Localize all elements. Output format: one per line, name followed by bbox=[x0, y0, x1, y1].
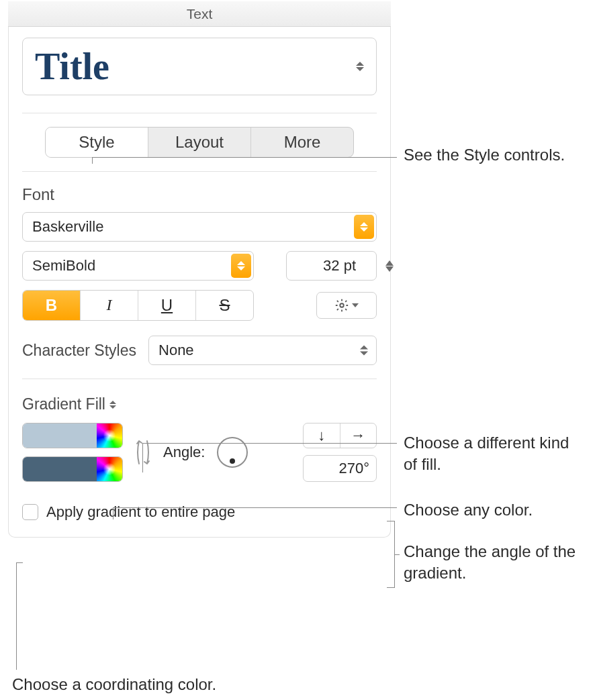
underline-button[interactable]: U bbox=[138, 291, 196, 320]
character-styles-popup[interactable]: None bbox=[148, 336, 377, 365]
callout-any-color: Choose any color. bbox=[404, 499, 585, 521]
direction-down-button[interactable]: ↓ bbox=[304, 423, 340, 448]
popup-arrows-icon bbox=[354, 215, 374, 239]
font-size-value: 32 pt bbox=[323, 257, 356, 274]
character-styles-row: Character Styles None bbox=[22, 336, 377, 365]
font-size-field[interactable]: 32 pt bbox=[286, 251, 377, 281]
callout-angle: Change the angle of the gradient. bbox=[404, 541, 585, 585]
swap-icon bbox=[135, 436, 151, 469]
advanced-options-button[interactable] bbox=[316, 292, 377, 319]
popup-arrows-icon bbox=[231, 254, 251, 278]
tab-more[interactable]: More bbox=[251, 128, 353, 157]
stepper-up-icon bbox=[385, 260, 394, 266]
tab-layout[interactable]: Layout bbox=[148, 128, 251, 157]
apply-entire-page-row: Apply gradient to entire page bbox=[22, 503, 377, 521]
angle-direction-segmented: ↓ → bbox=[303, 423, 377, 448]
color-swatch-1[interactable] bbox=[23, 423, 97, 448]
callout-lead bbox=[16, 562, 23, 563]
swap-colors-button[interactable] bbox=[135, 436, 151, 469]
callout-lead bbox=[92, 157, 93, 164]
font-weight-popup[interactable]: SemiBold bbox=[22, 251, 254, 281]
font-section-label: Font bbox=[22, 185, 377, 204]
gradient-color-1 bbox=[22, 423, 123, 448]
callout-lead bbox=[142, 443, 397, 444]
tabs-segmented: Style Layout More bbox=[45, 127, 354, 158]
tab-style[interactable]: Style bbox=[46, 128, 148, 157]
weight-size-row: SemiBold 32 pt bbox=[22, 251, 377, 281]
color-wheel-button[interactable] bbox=[97, 457, 122, 481]
color-wells bbox=[22, 423, 123, 482]
character-styles-value: None bbox=[158, 342, 194, 358]
color-wheel-button[interactable] bbox=[97, 423, 122, 448]
divider bbox=[22, 379, 377, 379]
chevron-down-icon bbox=[352, 303, 359, 307]
gradient-controls: Angle: ↓ → 270° bbox=[22, 423, 377, 482]
angle-knob[interactable] bbox=[217, 437, 248, 468]
gradient-color-2 bbox=[22, 456, 123, 482]
svg-point-0 bbox=[340, 303, 344, 307]
font-family-popup[interactable]: Baskerville bbox=[22, 212, 377, 242]
italic-button[interactable]: I bbox=[81, 291, 138, 320]
callout-lead bbox=[16, 562, 17, 670]
font-family-value: Baskerville bbox=[32, 218, 103, 235]
strikethrough-button[interactable]: S bbox=[196, 291, 253, 320]
bold-button[interactable]: B bbox=[23, 291, 81, 320]
chevron-updown-icon bbox=[360, 346, 368, 356]
biu-row: B I U S bbox=[22, 290, 377, 321]
callout-lead bbox=[113, 507, 397, 508]
paragraph-style-name: Title bbox=[35, 48, 364, 85]
chevron-updown-icon bbox=[355, 60, 365, 73]
paragraph-style-dropdown[interactable]: Title bbox=[22, 38, 377, 95]
color-swatch-2[interactable] bbox=[23, 457, 97, 481]
angle-value-field[interactable]: 270° bbox=[303, 455, 377, 482]
angle-column: ↓ → 270° bbox=[303, 423, 377, 482]
figure: Text Title Style Layout More Font Basker… bbox=[0, 0, 593, 700]
fill-type-label: Gradient Fill bbox=[22, 395, 105, 413]
gear-icon bbox=[334, 298, 349, 313]
callout-lead bbox=[142, 443, 143, 472]
text-inspector-panel: Text Title Style Layout More Font Basker… bbox=[8, 1, 391, 538]
panel-content: Title Style Layout More Font Baskerville… bbox=[8, 27, 391, 538]
stepper-down-icon bbox=[385, 266, 394, 272]
divider bbox=[22, 171, 377, 172]
text-style-group: B I U S bbox=[22, 290, 254, 321]
font-size-stepper[interactable] bbox=[382, 251, 397, 281]
panel-title: Text bbox=[8, 1, 391, 27]
apply-entire-page-label: Apply gradient to entire page bbox=[46, 503, 235, 521]
callout-lead bbox=[394, 554, 400, 555]
apply-entire-page-checkbox[interactable] bbox=[22, 504, 38, 520]
callout-coord-color: Choose a coordinating color. bbox=[12, 674, 348, 695]
callout-lead bbox=[113, 507, 113, 519]
callout-style-controls: See the Style controls. bbox=[404, 144, 585, 166]
character-styles-label: Character Styles bbox=[22, 342, 136, 360]
callout-fill-kind: Choose a different kind of fill. bbox=[404, 432, 585, 476]
fill-type-popup[interactable]: Gradient Fill bbox=[22, 395, 116, 413]
chevron-updown-icon bbox=[109, 401, 116, 409]
callout-lead bbox=[92, 157, 397, 158]
font-weight-value: SemiBold bbox=[32, 257, 95, 274]
angle-label: Angle: bbox=[163, 444, 205, 461]
divider bbox=[22, 113, 377, 113]
angle-value: 270° bbox=[338, 460, 369, 477]
direction-right-button[interactable]: → bbox=[340, 423, 377, 448]
